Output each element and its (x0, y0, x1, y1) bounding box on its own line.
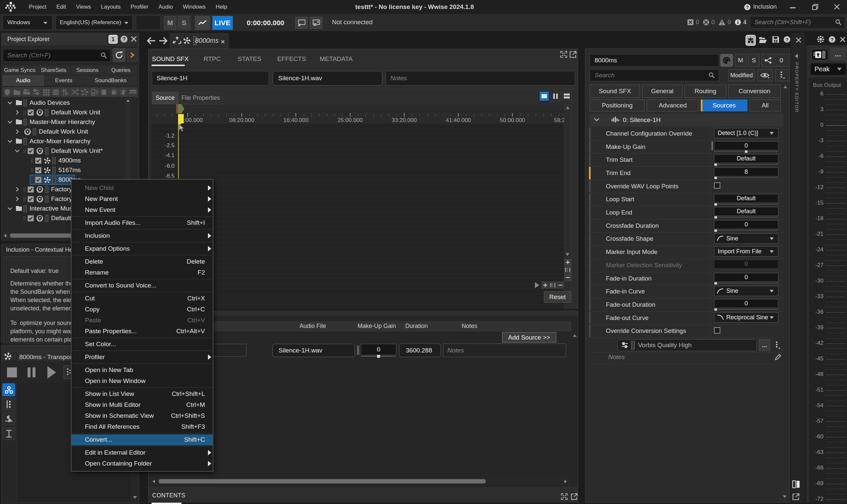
svg-text:?: ? (746, 5, 749, 10)
svg-text:PROPERTY EDITOR: PROPERTY EDITOR (794, 62, 799, 112)
svg-text:?: ? (122, 36, 126, 42)
svg-text:?: ? (785, 37, 788, 42)
svg-text:?: ? (830, 37, 833, 42)
